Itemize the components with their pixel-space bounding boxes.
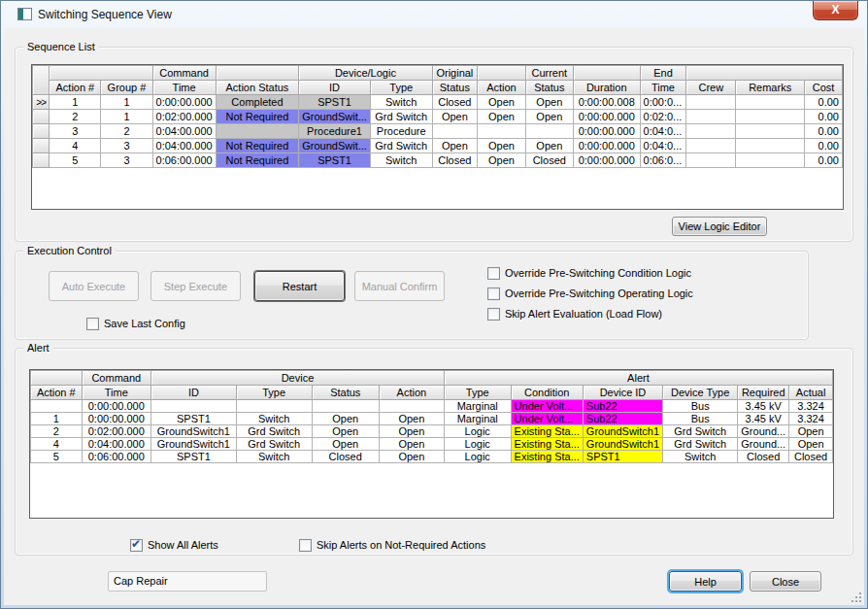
cell[interactable] xyxy=(736,139,805,153)
cell[interactable]: 0.00 xyxy=(805,110,843,124)
cell[interactable]: Grd Switch xyxy=(236,425,312,438)
resize-grip[interactable] xyxy=(850,591,862,603)
checkbox[interactable] xyxy=(130,539,143,552)
cell[interactable] xyxy=(686,139,736,153)
row-selector[interactable] xyxy=(33,110,50,124)
cell[interactable]: Open xyxy=(478,95,526,110)
cell[interactable]: Closed xyxy=(525,153,573,168)
cell[interactable] xyxy=(216,124,299,139)
config-name-field[interactable]: Cap Repair xyxy=(108,571,267,592)
cell[interactable]: 3.45 kV xyxy=(738,400,789,413)
cell[interactable]: Bus xyxy=(663,400,738,413)
cell[interactable] xyxy=(686,124,736,139)
cell[interactable]: Open xyxy=(525,110,573,124)
cell[interactable]: 0:04:00.000 xyxy=(82,438,151,451)
cell[interactable]: Sub22 xyxy=(583,413,662,425)
cell[interactable]: 0:00:0... xyxy=(640,95,686,110)
cell[interactable]: Switch xyxy=(663,451,738,463)
checkbox[interactable] xyxy=(487,308,500,321)
cell[interactable]: Open xyxy=(525,95,573,110)
close-button[interactable]: Close xyxy=(750,571,821,592)
cell[interactable]: Logic xyxy=(444,425,511,438)
help-button[interactable]: Help xyxy=(669,571,742,592)
cell[interactable]: Closed xyxy=(312,451,379,463)
cell[interactable]: Under Volt... xyxy=(511,413,583,425)
cell[interactable]: GroundSwitch1 xyxy=(151,438,237,451)
cell[interactable]: 0:02:00.000 xyxy=(152,110,216,124)
cell[interactable]: Open xyxy=(478,153,526,168)
cell[interactable]: 2 xyxy=(31,425,83,438)
cell[interactable]: Switch xyxy=(370,153,432,168)
cell[interactable]: 0.00 xyxy=(805,139,843,153)
cell[interactable]: Logic xyxy=(444,451,511,463)
row-selector[interactable] xyxy=(33,124,50,139)
cell[interactable]: 1 xyxy=(31,413,83,425)
cell[interactable]: Closed xyxy=(432,153,478,168)
cell[interactable]: 0:04:00.000 xyxy=(152,139,216,153)
manual-confirm-button[interactable]: Manual Confirm xyxy=(354,271,445,301)
view-logic-editor-button[interactable]: View Logic Editor xyxy=(672,217,767,236)
cell[interactable]: 4 xyxy=(50,139,101,153)
show-all-alerts-checkbox[interactable]: Show All Alerts xyxy=(130,537,218,553)
cell[interactable]: 0:04:00.000 xyxy=(152,124,216,139)
cell[interactable]: 0:06:00.000 xyxy=(82,451,151,463)
cell[interactable]: Marginal xyxy=(444,400,511,413)
cell[interactable]: Grd Switch xyxy=(370,139,432,153)
cell[interactable]: Not Required xyxy=(216,110,299,124)
step-execute-button[interactable]: Step Execute xyxy=(150,271,241,301)
cell[interactable]: Open xyxy=(432,139,478,153)
cell[interactable]: 0:00:00.000 xyxy=(573,124,640,139)
cell[interactable]: Open xyxy=(312,438,379,451)
cell[interactable]: 3 xyxy=(50,124,101,139)
cell[interactable]: Open xyxy=(525,139,573,153)
cell[interactable] xyxy=(379,400,444,413)
cell[interactable]: Bus xyxy=(663,413,738,425)
cell[interactable]: SPST1 xyxy=(299,153,371,168)
cell[interactable]: Not Required xyxy=(216,139,299,153)
cell[interactable]: 0:04:0... xyxy=(640,139,686,153)
cell[interactable]: GroundSwit... xyxy=(299,110,371,124)
cell[interactable]: 2 xyxy=(50,110,101,124)
cell[interactable] xyxy=(736,110,805,124)
cell[interactable]: Existing Sta... xyxy=(511,425,583,438)
cell[interactable]: Ground... xyxy=(738,438,789,451)
cell[interactable]: Grd Switch xyxy=(663,438,738,451)
cell[interactable] xyxy=(478,124,526,139)
cell[interactable]: 0:00:00.000 xyxy=(82,413,151,425)
titlebar[interactable]: Switching Sequence View X xyxy=(1,1,867,28)
cell[interactable]: 4 xyxy=(31,438,83,451)
cell[interactable] xyxy=(525,124,573,139)
cell[interactable]: Sub22 xyxy=(583,400,662,413)
cell[interactable]: Open xyxy=(432,110,478,124)
cell[interactable]: Procedure xyxy=(370,124,432,139)
cell[interactable]: SPST1 xyxy=(299,95,371,110)
cell[interactable]: 0:06:00.000 xyxy=(152,153,216,168)
cell[interactable]: 2 xyxy=(101,124,152,139)
cell[interactable]: 3.45 kV xyxy=(738,413,789,425)
restart-button[interactable]: Restart xyxy=(254,271,345,301)
cell[interactable]: Open xyxy=(379,425,444,438)
cell[interactable]: Completed xyxy=(216,95,299,110)
cell[interactable]: Open xyxy=(379,413,444,425)
cell[interactable]: 0.00 xyxy=(805,95,843,110)
cell[interactable]: Switch xyxy=(236,451,312,463)
cell[interactable]: Not Required xyxy=(216,153,299,168)
cell[interactable]: Grd Switch xyxy=(236,438,312,451)
cell[interactable]: Open xyxy=(789,438,833,451)
cell[interactable]: Grd Switch xyxy=(370,110,432,124)
cell[interactable]: Open xyxy=(312,413,379,425)
cell[interactable]: 0.00 xyxy=(805,153,843,168)
cell[interactable]: 0:00:00.000 xyxy=(573,110,640,124)
cell[interactable]: 0:00:00.008 xyxy=(573,95,640,110)
cell[interactable]: Switch xyxy=(370,95,432,110)
cell[interactable]: 0:00:00.000 xyxy=(573,153,640,168)
checkbox[interactable] xyxy=(86,318,99,330)
cell[interactable]: 0:02:0... xyxy=(640,110,686,124)
cell[interactable]: Procedure1 xyxy=(299,124,371,139)
cell[interactable] xyxy=(236,400,312,413)
cell[interactable]: Open xyxy=(379,438,444,451)
cell[interactable]: Closed xyxy=(738,451,789,463)
cell[interactable]: 1 xyxy=(50,95,101,110)
cell[interactable]: SPST1 xyxy=(151,413,237,425)
cell[interactable]: 0:00:00.000 xyxy=(573,139,640,153)
